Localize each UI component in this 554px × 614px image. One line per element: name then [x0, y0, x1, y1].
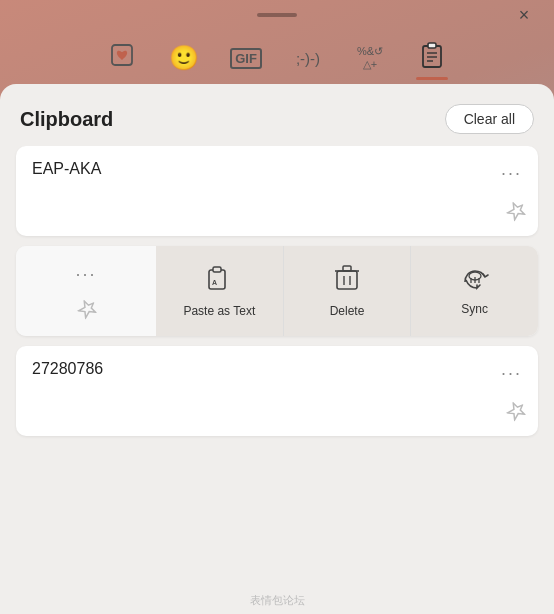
svg-rect-11: [343, 266, 351, 271]
clipboard-item-1-pin[interactable]: [501, 198, 530, 227]
app-window: × 🙂 GIF ;-)-): [0, 0, 554, 614]
symbols-icon: %&↺△+: [357, 45, 383, 71]
clipboard-item-1: EAP-AKA ...: [16, 146, 538, 236]
clipboard-item-1-top: EAP-AKA ...: [32, 160, 522, 178]
sync-label: Sync: [461, 302, 488, 316]
clipboard-item-2: ... A: [16, 246, 538, 336]
delete-label: Delete: [330, 304, 365, 318]
emoticons-icon: ;-)-): [296, 50, 320, 67]
paste-as-text-icon: A: [205, 264, 233, 298]
tab-clipboard[interactable]: [407, 36, 457, 80]
favorites-icon: [109, 42, 135, 74]
clipboard-item-2-pin[interactable]: [72, 296, 101, 325]
clipboard-item-3-top: 27280786 ...: [32, 360, 522, 378]
tab-symbols[interactable]: %&↺△+: [345, 36, 395, 80]
clear-all-button[interactable]: Clear all: [445, 104, 534, 134]
drag-handle: ×: [0, 0, 554, 30]
paste-as-text-label: Paste as Text: [183, 304, 255, 318]
clipboard-title: Clipboard: [20, 108, 113, 131]
clipboard-header: Clipboard Clear all: [0, 84, 554, 146]
clipboard-item-1-text: EAP-AKA: [32, 160, 101, 178]
tab-emoticons[interactable]: ;-)-): [283, 36, 333, 80]
svg-rect-2: [428, 43, 436, 48]
clipboard-item-3-more[interactable]: ...: [501, 360, 522, 378]
tab-emoji[interactable]: 🙂: [159, 36, 209, 80]
drag-bar: [257, 13, 297, 17]
close-button[interactable]: ×: [512, 3, 536, 27]
emoji-icon: 🙂: [169, 44, 199, 72]
clipboard-item-3: 27280786 ...: [16, 346, 538, 436]
clipboard-item-3-text: 27280786: [32, 360, 103, 378]
clipboard-item-2-menu: A Paste as Text: [156, 246, 538, 336]
svg-rect-7: [213, 267, 221, 272]
svg-rect-9: [337, 271, 357, 289]
clipboard-item-2-more[interactable]: ...: [75, 260, 96, 281]
tab-favorites[interactable]: [97, 36, 147, 80]
gif-icon: GIF: [230, 48, 262, 69]
tab-bar: 🙂 GIF ;-)-) %&↺△+: [0, 30, 554, 80]
watermark: 表情包论坛: [0, 587, 554, 614]
clipboard-icon: [419, 41, 445, 75]
tab-gif[interactable]: GIF: [221, 36, 271, 80]
sync-icon: [461, 266, 489, 296]
clipboard-item-3-pin[interactable]: [501, 398, 530, 427]
delete-icon: [335, 264, 359, 298]
clipboard-item-1-more[interactable]: ...: [501, 160, 522, 178]
clipboard-item-2-left: ...: [16, 246, 156, 336]
paste-as-text-button[interactable]: A Paste as Text: [156, 246, 284, 336]
svg-text:A: A: [212, 279, 217, 286]
main-content: Clipboard Clear all EAP-AKA ...: [0, 84, 554, 614]
sync-button[interactable]: Sync: [411, 246, 538, 336]
clipboard-items-list: EAP-AKA ... ...: [0, 146, 554, 587]
delete-button[interactable]: Delete: [284, 246, 412, 336]
